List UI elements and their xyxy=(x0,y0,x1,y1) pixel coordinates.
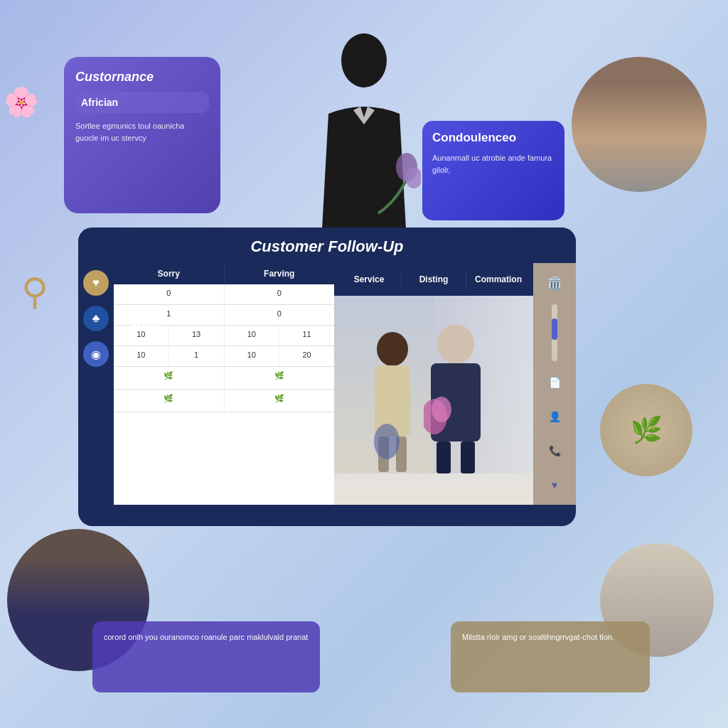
right-icon-phone[interactable]: 📞 xyxy=(542,438,567,464)
cell: 10 xyxy=(225,346,280,366)
sorry-label: Sorry xyxy=(129,318,162,333)
right-icon-temple[interactable]: 🏛️ xyxy=(542,270,567,296)
cell: 11 xyxy=(279,326,334,346)
table-row: 0 0 xyxy=(114,284,334,305)
card-customrance-inner: Africian xyxy=(75,92,209,113)
panel-sidebar-right: 🏛️ 📄 👤 📞 ♥ xyxy=(533,263,576,505)
panel-header: Customer Follow-Up xyxy=(78,228,576,263)
lavender-decoration: 🌿 xyxy=(600,384,692,476)
card-customrance-subtitle: Africian xyxy=(81,97,118,108)
cell: 🌿 xyxy=(225,390,335,412)
gender-symbol: ⚲ xyxy=(21,270,64,320)
clover-button[interactable]: ♣ xyxy=(83,306,109,331)
circle-button[interactable]: ◉ xyxy=(83,341,109,367)
card-condolence-body: Aunanmall uc atrobie ande famura gilolr, xyxy=(432,152,555,176)
svg-point-0 xyxy=(341,33,387,87)
col-farving: Farving xyxy=(225,263,335,284)
svg-point-3 xyxy=(377,332,408,366)
card-customrance-body: Sortlee egmunics toul oaunicha guocle im… xyxy=(75,120,209,144)
svg-rect-10 xyxy=(437,441,451,473)
right-icon-person[interactable]: 👤 xyxy=(542,404,567,429)
scrollbar-thumb xyxy=(552,318,557,340)
right-icon-heart[interactable]: ♥ xyxy=(542,472,567,498)
col-commation: Commation xyxy=(466,269,530,290)
right-scrollbar[interactable] xyxy=(552,304,557,361)
table-row: 🌿 🌿 xyxy=(114,367,334,390)
cell: 0 xyxy=(114,284,225,304)
center-silhouette xyxy=(307,28,421,256)
svg-point-7 xyxy=(374,424,400,459)
cell: 10 xyxy=(225,326,280,346)
card-condolence-title: Condoulenceo xyxy=(432,131,555,145)
col-disting: Disting xyxy=(402,269,466,290)
bottom-card-left-text: corord onlh you ouranomco roanule parc m… xyxy=(104,631,309,644)
cell: 🌿 xyxy=(114,390,225,412)
svg-rect-11 xyxy=(461,441,475,473)
svg-point-8 xyxy=(437,324,474,364)
bottom-card-right-text: Milstta rlolr amg or soaltihngrrvgat-cho… xyxy=(462,631,638,644)
bottom-card-left: corord onlh you ouranomco roanule parc m… xyxy=(92,621,320,692)
table-photo-area: Service Disting Commation xyxy=(334,263,533,505)
portrait-top-right xyxy=(572,57,707,192)
col-sorry: Sorry xyxy=(114,263,225,284)
main-panel: Customer Follow-Up ♥ ♣ ◉ Sorry Farving 0… xyxy=(78,228,576,526)
cell: 🌿 xyxy=(225,367,335,389)
cell: 0 xyxy=(225,305,335,325)
flowers-vase: 🌸 xyxy=(4,85,39,119)
card-condolence: Condoulenceo Aunanmall uc atrobie ande f… xyxy=(422,121,564,220)
card-customrance: Custornance Africian Sortlee egmunics to… xyxy=(64,57,220,213)
cell: 0 xyxy=(225,284,335,304)
heart-button[interactable]: ♥ xyxy=(83,270,109,296)
cell: 1 xyxy=(169,346,225,366)
bottom-card-right: Milstta rlolr amg or soaltihngrrvgat-cho… xyxy=(451,621,650,692)
svg-point-13 xyxy=(432,397,451,422)
card-customrance-title: Custornance xyxy=(75,70,209,85)
table-area: Sorry Farving 0 0 1 0 10 13 10 11 10 1 1… xyxy=(114,263,334,505)
cell: 13 xyxy=(169,326,225,346)
right-icon-doc[interactable]: 📄 xyxy=(542,370,567,395)
table-row: 🌿 🌿 xyxy=(114,390,334,412)
cell: 10 xyxy=(114,346,169,366)
cell: 🌿 xyxy=(114,367,225,389)
col-service: Service xyxy=(337,269,402,290)
panel-sidebar-left: ♥ ♣ ◉ xyxy=(78,263,114,505)
cell: 20 xyxy=(279,346,334,366)
table-row: 10 1 10 20 xyxy=(114,346,334,367)
